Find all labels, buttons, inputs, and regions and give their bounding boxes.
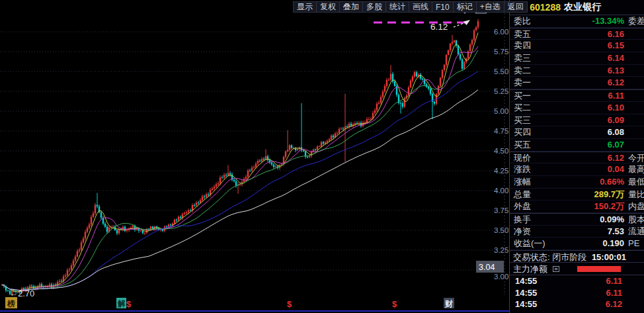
quote-value: 6.11: [556, 90, 624, 103]
tick-time: 14:55: [515, 275, 537, 287]
y-axis-label: 5.25: [494, 87, 508, 95]
quote-value: 6.15: [556, 40, 624, 52]
quote-value: 0.66%: [556, 176, 624, 189]
quote-row-买三[interactable]: 买三6.09: [510, 114, 644, 127]
kline-chart-region[interactable]: 6.005.755.505.255.004.754.504.254.003.75…: [0, 0, 509, 313]
toolbar-button-3[interactable]: 叠加: [340, 1, 363, 13]
quote-value: 6.12: [556, 77, 624, 89]
quote-row-收益(一): 收益(一)0.190PE: [510, 238, 644, 250]
stock-name: 农业银行: [564, 1, 601, 13]
candles-and-mas: [1, 19, 479, 296]
quote-label-secondary: 量比: [628, 189, 644, 201]
quote-value: 6.14: [556, 52, 624, 65]
stock-header: L R300 601288 农业银行: [510, 0, 644, 15]
quote-row-卖四[interactable]: 卖四6.15: [510, 40, 644, 52]
quote-label: 买二: [514, 102, 531, 114]
ma-line-5: [2, 32, 478, 292]
axis-price-tag-label: 3.04: [479, 263, 495, 272]
tick-price: 6.11: [556, 310, 622, 313]
quote-row-现价: 现价6.12今开: [510, 152, 644, 164]
annotation-arrow-head: [463, 20, 470, 25]
quote-value: 289.7万: [556, 189, 624, 201]
quote-label: 卖五: [514, 28, 531, 41]
y-axis-label: 3.25: [494, 246, 508, 254]
quote-row-卖三[interactable]: 卖三6.14: [510, 52, 644, 65]
quote-value: -13.34%: [556, 15, 624, 28]
detail-icon[interactable]: [553, 266, 559, 272]
last-price-annotation: 6.12: [430, 22, 448, 32]
chart-toolbar: 显示复权叠加多股统计画线F10标记+自选返回: [293, 1, 528, 13]
tick-row[interactable]: 14:556.11: [510, 275, 644, 287]
event-marker-dividend[interactable]: $: [392, 299, 397, 309]
y-axis-label: 5.50: [494, 67, 508, 75]
ma-line-45: [2, 71, 478, 291]
quote-label: 卖三: [514, 52, 531, 65]
tick-price: 6.11: [556, 275, 622, 287]
y-axis-label: 4.00: [494, 187, 508, 195]
y-axis-label: 3.50: [494, 226, 508, 234]
tick-row[interactable]: 14:556.12: [510, 298, 644, 310]
quote-row-外盘: 外盘150.2万内盘: [510, 201, 644, 213]
quote-rows: 委比-13.34%委差卖五6.16卖四6.15卖三6.14卖二6.13卖一6.1…: [510, 15, 644, 250]
quote-row-卖二[interactable]: 卖二6.13: [510, 65, 644, 77]
tick-list[interactable]: 14:556.1114:556.1114:556.1214:556.11: [510, 275, 644, 313]
toolbar-button-8[interactable]: 标记: [454, 1, 477, 13]
quote-value: 6.10: [556, 102, 624, 114]
svg-text:解: 解: [117, 299, 126, 308]
quote-row-卖五[interactable]: 卖五6.16: [510, 28, 644, 40]
quote-row-净资: 净资7.53流通: [510, 226, 644, 238]
quote-row-总量: 总量289.7万量比: [510, 189, 644, 201]
quote-label: 收益(一): [514, 238, 545, 250]
toolbar-button-10[interactable]: 返回: [504, 1, 528, 13]
event-marker-dividend[interactable]: $: [126, 299, 132, 309]
toolbar-button-7[interactable]: F10: [432, 1, 454, 13]
quote-row-买四[interactable]: 买四6.08: [510, 126, 644, 139]
event-marker-dividend[interactable]: $: [287, 299, 292, 309]
quote-value: 6.16: [556, 28, 624, 41]
stock-code: 601288: [530, 2, 561, 13]
quote-label-secondary: 股本: [628, 214, 644, 226]
tick-row[interactable]: 14:556.11: [510, 310, 644, 313]
tick-time: 14:55: [515, 298, 537, 310]
toolbar-button-9[interactable]: +自选: [477, 1, 504, 13]
quote-label: 买五: [514, 139, 531, 152]
trade-status-time: 15:00:01: [592, 252, 626, 262]
event-marker-unlock[interactable]: 解: [116, 298, 126, 308]
y-axis-label: 4.25: [494, 167, 508, 175]
quote-row-换手: 换手0.09%股本: [510, 213, 644, 226]
toolbar-button-1[interactable]: 显示: [293, 1, 317, 13]
y-axis-label: 4.50: [494, 147, 508, 155]
quote-label: 总量: [514, 189, 531, 201]
toolbar-button-4[interactable]: 多股: [363, 1, 386, 13]
quote-label: 外盘: [514, 201, 531, 213]
quote-value: 6.08: [556, 126, 624, 139]
svg-text:榜: 榜: [7, 299, 15, 308]
quote-label-secondary: 流通: [628, 226, 644, 238]
y-axis-label: 3.00: [494, 273, 508, 281]
quote-row-买一[interactable]: 买一6.11: [510, 89, 644, 102]
toolbar-button-2[interactable]: 复权: [317, 1, 340, 13]
quote-label: 卖四: [514, 40, 531, 52]
quote-value: 6.13: [556, 65, 624, 77]
kline-chart[interactable]: 6.005.755.505.255.004.754.504.254.003.75…: [0, 0, 509, 313]
quote-row-买二[interactable]: 买二6.10: [510, 102, 644, 114]
tick-row[interactable]: 14:556.11: [510, 287, 644, 299]
quote-label: 卖二: [514, 65, 531, 77]
quote-value: 0.190: [556, 238, 624, 250]
main-force-label: 主力净额: [513, 264, 547, 274]
tick-time: 14:55: [515, 310, 537, 313]
quote-row-买五[interactable]: 买五6.07: [510, 139, 644, 152]
tick-price: 6.12: [556, 298, 622, 310]
toolbar-button-6[interactable]: 画线: [409, 1, 432, 13]
quote-label: 委比: [514, 15, 531, 28]
event-marker-rank[interactable]: 榜: [5, 297, 17, 308]
quote-row-卖一[interactable]: 卖一6.12: [510, 77, 644, 89]
quote-label: 卖一: [514, 77, 531, 89]
main-force-row[interactable]: 主力净额: [510, 263, 644, 275]
svg-text:财: 财: [444, 299, 453, 308]
quote-label-secondary: 今开: [628, 152, 644, 165]
quote-value: 6.09: [556, 114, 624, 127]
event-marker-report[interactable]: 财: [444, 298, 454, 308]
quote-label: 涨跌: [514, 163, 531, 176]
toolbar-button-5[interactable]: 统计: [386, 1, 409, 13]
